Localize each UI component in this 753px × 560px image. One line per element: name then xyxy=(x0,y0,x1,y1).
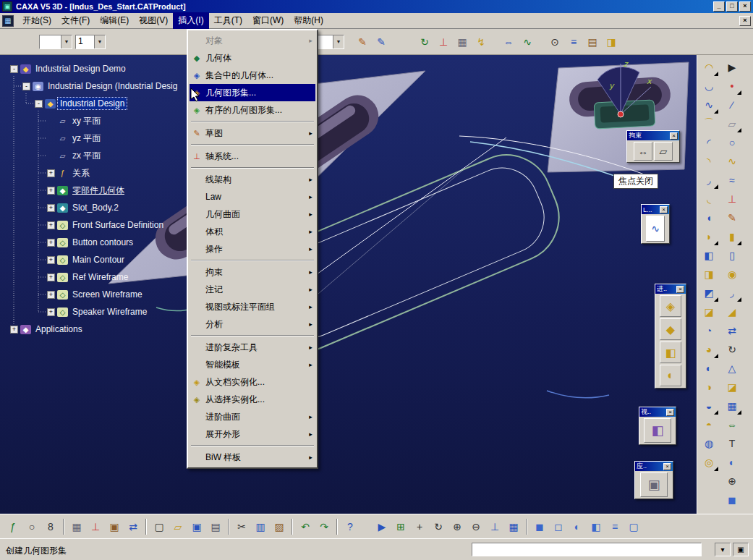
hide-show-icon[interactable]: ◐ xyxy=(569,518,586,535)
formula-icon[interactable]: ƒ xyxy=(4,518,22,535)
view-palette[interactable]: 视.. × ◧ xyxy=(639,407,676,445)
intersection-icon[interactable]: ◟ xyxy=(699,190,718,208)
stack-icon[interactable]: ≡ xyxy=(565,33,582,51)
component-icon[interactable]: ◉ xyxy=(33,82,43,91)
menu-item-wireframe[interactable]: 线架构▸ xyxy=(190,171,315,188)
snap-to-grid-icon[interactable]: ↯ xyxy=(472,33,490,51)
translate-icon[interactable]: ◓ xyxy=(699,415,718,433)
tree-label-main-contour[interactable]: Main Contour xyxy=(70,254,127,266)
relations-icon[interactable]: ƒ xyxy=(57,169,68,178)
color-combo[interactable]: ▼ xyxy=(39,35,72,49)
law-palette-titlebar[interactable]: L... × xyxy=(642,205,669,214)
part-body-icon[interactable]: ◆ xyxy=(57,186,68,195)
menu-item-law[interactable]: Law▸ xyxy=(190,188,315,205)
advanced-surface-icon-1[interactable]: ◈ xyxy=(660,295,681,317)
magnifier-icon[interactable]: ⊕ xyxy=(723,472,741,490)
menu-item-object[interactable]: 对象▸ xyxy=(190,32,315,49)
new-document-icon[interactable]: ▢ xyxy=(150,518,168,535)
document-close-button[interactable]: × xyxy=(739,16,751,26)
menu-item-advanced-surfaces[interactable]: 进阶曲面▸ xyxy=(190,408,315,425)
offset-surface-icon[interactable]: ◡ xyxy=(699,77,718,95)
join-icon[interactable]: ◕ xyxy=(699,340,718,358)
helix-icon[interactable]: ≈ xyxy=(723,171,741,189)
geometrical-set-icon[interactable]: ◇ xyxy=(57,238,68,247)
axis-system-icon[interactable]: ⊥ xyxy=(435,33,452,51)
full-screen-icon[interactable]: ▢ xyxy=(625,518,642,535)
pattern-icon[interactable]: ▦ xyxy=(723,396,741,415)
constraint-palette[interactable]: 拘束 × ↔▱ xyxy=(626,130,680,163)
menu-window[interactable]: 窗口(W) xyxy=(247,12,289,29)
swept-surface-icon[interactable]: ◠ xyxy=(699,58,718,76)
menu-item-geometrical-set[interactable]: ◈几何图形集... xyxy=(190,84,315,101)
menu-item-ordered-geometrical-set[interactable]: ◈有序的几何图形集... xyxy=(190,101,315,119)
menu-item-biw-templates[interactable]: BiW 样板▸ xyxy=(190,449,315,466)
layer-icon[interactable]: ▤ xyxy=(584,33,601,51)
geometrical-set-icon[interactable]: ◇ xyxy=(57,273,68,282)
render-style-icon[interactable]: ◼ xyxy=(723,491,741,509)
tree-expander-plus[interactable]: + xyxy=(47,169,55,177)
arc-icon[interactable]: ⌒ xyxy=(699,114,718,132)
geometrical-set-icon[interactable]: ◇ xyxy=(57,307,68,317)
fly-mode-icon[interactable]: ▶ xyxy=(373,518,391,535)
pad-icon[interactable]: ▮ xyxy=(723,227,741,245)
contact-constraint-icon[interactable]: ▱ xyxy=(654,142,673,161)
fill-icon[interactable]: ◩ xyxy=(699,284,718,302)
corner-icon[interactable]: ◜ xyxy=(699,133,718,151)
apply-view-icon[interactable]: ▣ xyxy=(640,472,668,497)
plane-icon[interactable]: ▱ xyxy=(57,151,68,161)
tree-expander-minus[interactable]: - xyxy=(35,100,43,108)
paintbrush-icon[interactable]: ✎ xyxy=(354,33,371,51)
hide-tool-icon[interactable]: ◐ xyxy=(723,453,741,471)
menu-item-body[interactable]: ◆几何体 xyxy=(190,49,315,67)
geometrical-set-icon[interactable]: ◇ xyxy=(57,255,68,265)
tree-label-speaker-wireframe[interactable]: Speaker Wireframe xyxy=(70,306,149,318)
split-icon[interactable]: ◑ xyxy=(699,378,718,396)
catalog-icon[interactable]: ◨ xyxy=(603,33,620,51)
spline-icon[interactable]: ∿ xyxy=(699,96,718,114)
tree-label-front-surface-definition[interactable]: Front Surface Definition xyxy=(70,219,166,231)
quick-constraint-icon[interactable]: ↔ xyxy=(634,142,652,161)
advanced-surface-icon-2[interactable]: ◆ xyxy=(660,318,681,340)
healing-icon[interactable]: ◐ xyxy=(699,359,718,377)
command-input[interactable] xyxy=(472,543,702,556)
trim-icon[interactable]: ◒ xyxy=(699,396,718,415)
paste-icon[interactable]: ▨ xyxy=(271,518,288,535)
tree-expander-plus[interactable]: + xyxy=(47,291,55,299)
layer-filter-icon[interactable]: ≡ xyxy=(606,518,624,535)
exchange-icon[interactable]: ⇄ xyxy=(124,518,142,535)
loft-icon[interactable]: ◪ xyxy=(699,302,718,321)
tree-label-industrial-design-demo[interactable]: Industrial Design Demo xyxy=(33,63,128,75)
link-icon[interactable]: 8 xyxy=(42,518,59,535)
minimize-button[interactable]: _ xyxy=(713,1,725,12)
tree-label-industrial-design-component[interactable]: Industrial Design (Industrial Desig xyxy=(46,80,179,92)
save-icon[interactable]: ▣ xyxy=(188,518,205,535)
line-icon[interactable]: ∕ xyxy=(723,96,741,114)
conn-curve-icon[interactable]: ◝ xyxy=(699,152,718,170)
viewport[interactable]: z y x -◆Industrial Design Demo-◉Industri… xyxy=(0,55,697,514)
fillet-icon[interactable]: ◞ xyxy=(723,284,741,302)
menu-item-advanced-complex-tools[interactable]: 进阶复杂工具▸ xyxy=(190,339,315,356)
tree-label-screen-wireframe[interactable]: Screen Wireframe xyxy=(70,289,145,300)
speaker-panel-inner[interactable] xyxy=(600,104,649,122)
scale-icon[interactable]: △ xyxy=(723,359,741,377)
view-mode-icon[interactable]: ◧ xyxy=(644,418,671,443)
menu-item-body-in-set[interactable]: ◈集合中的几何体... xyxy=(190,67,315,84)
plane-icon[interactable]: ▱ xyxy=(57,134,68,143)
select-icon[interactable]: ▶ xyxy=(723,58,741,76)
normal-view-icon[interactable]: ⊥ xyxy=(486,518,503,535)
tree-label-zx-plane[interactable]: zx 平面 xyxy=(70,149,103,163)
tree-expander-plus[interactable]: + xyxy=(47,273,55,281)
tree-expander-plus[interactable]: + xyxy=(47,256,55,264)
compass-origin-dot[interactable] xyxy=(618,111,624,117)
close-icon[interactable]: × xyxy=(660,206,668,213)
tree-label-button-contours[interactable]: Button contours xyxy=(70,237,135,248)
curve-icon[interactable]: ∿ xyxy=(723,152,741,170)
open-icon[interactable]: ▱ xyxy=(169,518,187,535)
product-icon[interactable]: ◆ xyxy=(20,64,31,74)
axis-tool-icon[interactable]: ⊥ xyxy=(723,190,741,208)
mirror-icon[interactable]: ◪ xyxy=(723,378,741,396)
circle-icon[interactable]: ○ xyxy=(723,133,741,151)
body-icon[interactable]: ◆ xyxy=(57,203,68,213)
restore-button[interactable]: □ xyxy=(726,1,738,12)
geometrical-set-icon[interactable]: ◇ xyxy=(57,221,68,230)
